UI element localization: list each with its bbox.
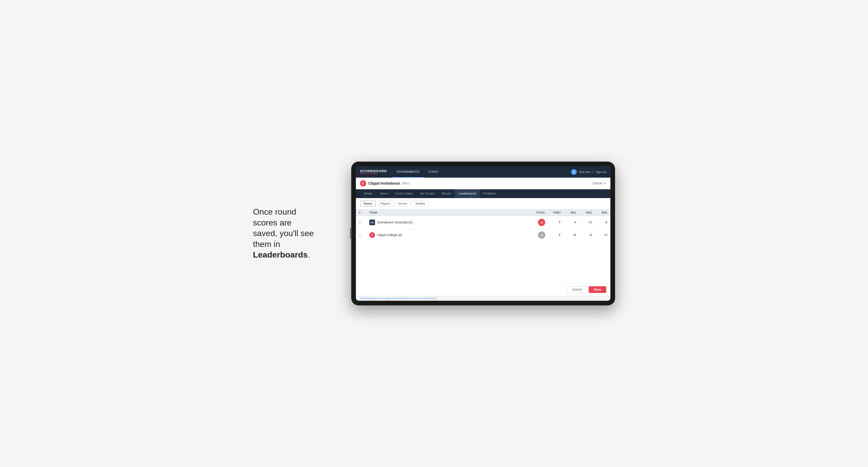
rd1-1: -4	[564, 216, 579, 229]
tournament-logo: C	[360, 180, 366, 186]
rd1-2: +8	[564, 229, 579, 242]
sub-nav: Details Teams Course Setup Tee Groups Re…	[356, 189, 610, 198]
tab-printables[interactable]: Printables	[480, 189, 500, 198]
rd3-1: -6	[595, 216, 610, 229]
score-badge-gray: +3	[538, 231, 545, 239]
filter-players[interactable]: Players	[377, 201, 393, 206]
desc-line3: saved, you'll see	[253, 228, 314, 238]
col-rank: #	[356, 209, 366, 216]
tablet-screen: SCOREBOARD Powered by clippd TOURNAMENTS…	[356, 166, 610, 301]
table-row: 1 SB Scoreboard University [A] -5	[356, 216, 610, 229]
rank-1: 1	[356, 216, 366, 229]
team-logo-c: C	[369, 232, 375, 238]
tab-course-setup[interactable]: Course Setup	[392, 189, 416, 198]
tournament-gender: (Men)	[402, 182, 410, 185]
tab-tee-groups[interactable]: Tee Groups	[416, 189, 438, 198]
col-rd2: RD2	[579, 209, 595, 216]
url-bar: https://stage-blue-coach.stagescoreboard…	[356, 296, 610, 301]
team-logo-sb: SB	[369, 220, 375, 225]
desc-line4: them in	[253, 240, 280, 249]
tab-results[interactable]: Results	[438, 189, 455, 198]
sign-out-link[interactable]: Sign out	[596, 170, 606, 174]
tournament-name: Clippd Invitational	[368, 181, 400, 185]
powered-by-text: Powered by clippd	[360, 173, 387, 175]
col-rd3: RD3	[595, 209, 610, 216]
rd2-2: -8	[579, 229, 595, 242]
total-1: -5	[530, 216, 548, 229]
table-row: 2 C Clippd College [A] +3	[356, 229, 610, 242]
rd2-1: +5	[579, 216, 595, 229]
user-avatar: S	[571, 169, 577, 175]
tablet-side-button	[350, 228, 352, 239]
desc-line5-bold: Leaderboards	[253, 250, 308, 259]
filter-bar: Teams Players Scores Strokes	[356, 198, 610, 209]
navbar: SCOREBOARD Powered by clippd TOURNAMENTS…	[356, 166, 610, 178]
footer-bar: Cancel Save	[356, 283, 610, 296]
user-name: Test User	[579, 170, 591, 174]
col-total: TOTAL	[530, 209, 548, 216]
nav-teams[interactable]: TEAMS	[424, 166, 442, 178]
filter-strokes[interactable]: Strokes	[412, 201, 428, 206]
col-thru: THRU	[548, 209, 564, 216]
leaderboard-table: # TEAM TOTAL THRU RD1 RD2 RD3	[356, 209, 610, 242]
page-wrapper: Once round scores are saved, you'll see …	[253, 162, 615, 305]
tablet-device: SCOREBOARD Powered by clippd TOURNAMENTS…	[351, 162, 615, 305]
team-cell-2: C Clippd College [A]	[366, 229, 530, 242]
footer-save-button[interactable]: Save	[589, 286, 606, 293]
filter-teams[interactable]: Teams	[360, 201, 376, 206]
col-rd1: RD1	[564, 209, 579, 216]
footer-cancel-button[interactable]: Cancel	[568, 286, 586, 293]
total-2: +3	[530, 229, 548, 242]
navbar-brand: SCOREBOARD Powered by clippd	[360, 169, 387, 175]
navbar-nav: TOURNAMENTS TEAMS	[392, 166, 566, 178]
close-icon: ✕	[603, 181, 606, 185]
rd3-2: +3	[595, 229, 610, 242]
tournament-title-area: C Clippd Invitational (Men)	[360, 180, 410, 186]
left-description: Once round scores are saved, you'll see …	[253, 207, 336, 260]
desc-line1: Once round	[253, 207, 296, 216]
content-area: # TEAM TOTAL THRU RD1 RD2 RD3	[356, 209, 610, 283]
nav-tournaments[interactable]: TOURNAMENTS	[392, 166, 424, 178]
tournament-cancel-btn[interactable]: Cancel ✕	[593, 181, 606, 185]
thru-1: F	[548, 216, 564, 229]
tournament-header: C Clippd Invitational (Men) Cancel ✕	[356, 178, 610, 189]
score-badge-red: -5	[538, 219, 545, 226]
rank-2: 2	[356, 229, 366, 242]
col-team: TEAM	[366, 209, 530, 216]
tab-details[interactable]: Details	[360, 189, 376, 198]
tab-leaderboards[interactable]: Leaderboards	[455, 189, 480, 198]
desc-line2: scores are	[253, 218, 291, 227]
team-cell-1: SB Scoreboard University [A]	[366, 216, 530, 229]
navbar-right: S Test User | Sign out	[571, 169, 606, 175]
tab-teams[interactable]: Teams	[376, 189, 392, 198]
filter-scores[interactable]: Scores	[395, 201, 410, 206]
thru-2: F	[548, 229, 564, 242]
desc-period: .	[308, 250, 310, 259]
